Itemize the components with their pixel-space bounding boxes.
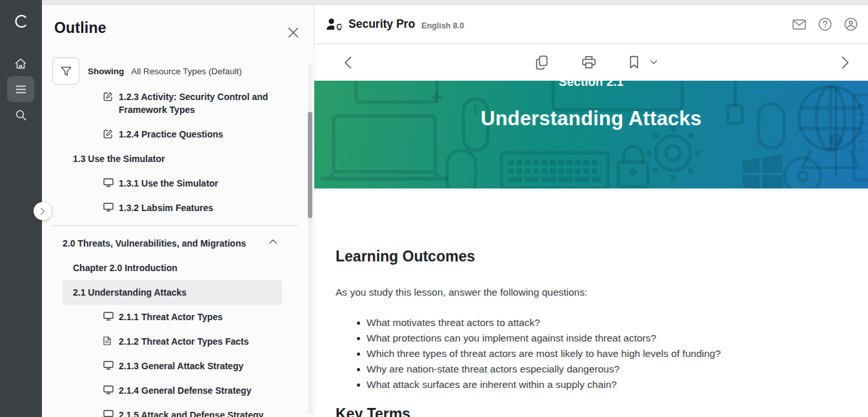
outline-divider <box>52 225 298 226</box>
outline-item-label: 2.1.1 Threat Actor Types <box>119 310 277 323</box>
outline-item[interactable]: 2.0 Threats, Vulnerabilities, and Migrat… <box>63 231 282 256</box>
outline-item-label: 2.1 Understanding Attacks <box>73 286 277 299</box>
chevron-right-icon <box>842 56 849 69</box>
copy-icon <box>536 56 549 70</box>
product-edition: English 8.0 <box>421 21 464 30</box>
outline-list-icon <box>15 85 26 94</box>
outline-item-label: 2.0 Threats, Vulnerabilities, and Migrat… <box>63 237 269 250</box>
learning-outcome-question: Which three types of threat actors are m… <box>367 346 868 361</box>
banner-section-label: Section 2.1 <box>314 81 868 89</box>
learning-outcomes-intro: As you study this lesson, answer the fol… <box>336 285 868 300</box>
outline-item[interactable]: 2.1.1 Threat Actor Types <box>63 305 282 329</box>
outline-item-label: 1.3.2 Labsim Features <box>119 201 277 214</box>
product-title: Security Pro <box>348 17 415 31</box>
profile-icon <box>844 17 858 31</box>
copy-button[interactable] <box>536 56 549 70</box>
outline-nav-button[interactable] <box>7 76 34 102</box>
brand-logo[interactable] <box>0 9 42 34</box>
print-icon <box>582 56 596 69</box>
outline-title: Outline <box>54 19 106 37</box>
print-button[interactable] <box>582 56 596 69</box>
c-logo-icon <box>13 13 30 30</box>
close-outline-button[interactable] <box>286 25 300 39</box>
top-strip <box>42 0 868 5</box>
home-icon <box>15 58 26 69</box>
outline-item-label: 1.2.3 Activity: Security Control and Fra… <box>119 90 277 116</box>
bookmark-button[interactable] <box>630 56 639 69</box>
bookmark-icon <box>630 56 639 69</box>
outline-item[interactable]: 1.2.4 Practice Questions <box>63 122 282 147</box>
simulation-icon <box>103 410 114 417</box>
messages-button[interactable] <box>791 15 808 33</box>
help-icon <box>818 17 832 31</box>
outline-item[interactable]: Chapter 2.0 Introduction <box>63 256 282 280</box>
filter-row: Showing All Resource Types (Default) <box>52 57 242 85</box>
filter-button[interactable] <box>52 57 79 85</box>
banner-title: Understanding Attacks <box>314 107 868 130</box>
account-button[interactable] <box>842 15 860 33</box>
outline-item[interactable]: 2.1.3 General Attack Strategy <box>63 354 282 378</box>
course-header: Security Pro English 8.0 <box>314 5 868 44</box>
chevron-left-icon <box>344 56 352 69</box>
outline-scroll-thumb[interactable] <box>308 112 312 218</box>
toolbar-center-group <box>519 56 674 70</box>
lesson-toolbar <box>314 44 868 81</box>
search-button[interactable] <box>7 102 34 128</box>
outline-item[interactable]: 1.3 Use the Simulator <box>63 147 282 171</box>
mail-icon <box>792 19 806 30</box>
learning-outcome-question: Why are nation-state threat actors espec… <box>367 361 868 377</box>
simulation-icon <box>103 312 114 321</box>
outline-item[interactable]: 1.2.3 Activity: Security Control and Fra… <box>63 86 282 122</box>
activity-icon <box>103 129 114 139</box>
learning-outcomes-list: What motivates threat actors to attack?W… <box>336 315 868 392</box>
learning-outcome-question: What attack surfaces are inherent within… <box>367 377 868 392</box>
bookmark-menu-button[interactable] <box>651 60 658 65</box>
outline-item-label: 2.1.2 Threat Actor Types Facts <box>119 335 277 348</box>
outline-item-label: 2.1.3 General Attack Strategy <box>119 360 277 372</box>
filter-funnel-icon <box>61 66 72 76</box>
previous-lesson-button[interactable] <box>344 56 352 69</box>
outline-item[interactable]: 1.3.1 Use the Simulator <box>63 171 282 196</box>
outline-item-label: 1.3.1 Use the Simulator <box>119 177 277 190</box>
security-pro-product-icon <box>325 18 341 31</box>
outline-item[interactable]: 2.1.4 General Defense Strategy <box>63 378 282 403</box>
search-icon <box>15 110 26 121</box>
simulation-icon <box>103 361 114 370</box>
outline-item[interactable]: 2.1.2 Threat Actor Types Facts <box>63 329 282 354</box>
next-lesson-button[interactable] <box>842 56 849 69</box>
help-button[interactable] <box>816 15 834 33</box>
collapse-section-chevron-icon[interactable] <box>269 237 277 244</box>
home-button[interactable] <box>7 50 34 76</box>
labsim-app: Outline Showing All Resource Types (Defa… <box>0 0 868 417</box>
key-terms-heading: Key Terms <box>336 404 868 417</box>
lesson-body: Learning Outcomes As you study this less… <box>314 247 868 417</box>
outline-panel: Outline Showing All Resource Types (Defa… <box>42 5 314 417</box>
learning-outcome-question: What protections can you implement again… <box>367 331 868 346</box>
filter-value: All Resource Types (Default) <box>131 66 242 76</box>
banner-art <box>314 81 868 188</box>
chevron-right-icon <box>40 208 45 215</box>
expand-outline-handle[interactable] <box>34 202 52 220</box>
chevron-down-icon <box>651 60 658 65</box>
filter-showing-label: Showing <box>88 66 124 76</box>
simulation-icon <box>103 178 114 187</box>
outline-item[interactable]: 2.1 Understanding Attacks <box>63 280 282 305</box>
outline-item-label: 1.3 Use the Simulator <box>73 152 277 165</box>
outline-item[interactable]: 2.1.5 Attack and Defense Strategy <box>63 403 282 417</box>
learning-outcomes-heading: Learning Outcomes <box>336 247 868 266</box>
lesson-pane: Security Pro English 8.0 <box>314 5 868 417</box>
outline-tree: 1.2.3 Activity: Security Control and Fra… <box>42 86 308 417</box>
activity-icon <box>103 92 114 101</box>
document-icon <box>103 336 114 345</box>
outline-item-label: 2.1.4 General Defense Strategy <box>119 384 277 397</box>
simulation-icon <box>103 385 114 394</box>
header-actions <box>791 15 860 33</box>
close-icon <box>288 27 299 38</box>
outline-item-label: 1.2.4 Practice Questions <box>119 128 277 141</box>
outline-item-label: 2.1.5 Attack and Defense Strategy <box>119 409 277 417</box>
outline-item-label: Chapter 2.0 Introduction <box>73 261 277 274</box>
section-banner: Section 2.1 Understanding Attacks <box>314 81 868 188</box>
learning-outcome-question: What motivates threat actors to attack? <box>367 315 868 331</box>
simulation-icon <box>103 203 114 212</box>
outline-item[interactable]: 1.3.2 Labsim Features <box>63 196 282 220</box>
